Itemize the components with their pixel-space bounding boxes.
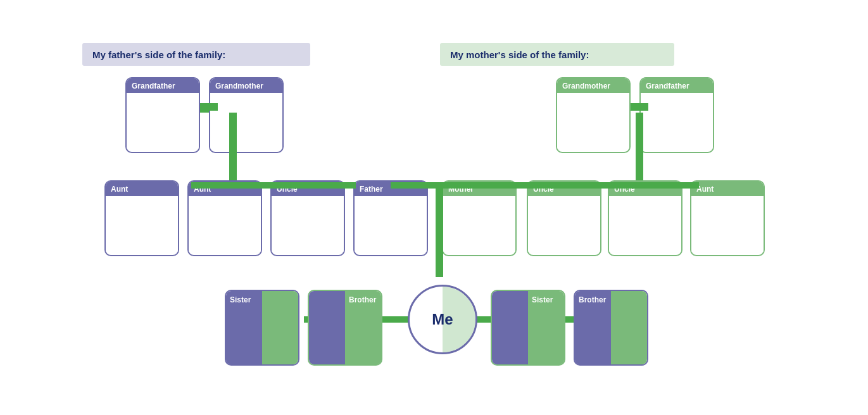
paternal-row-h-connector bbox=[191, 182, 356, 189]
sister-left-label: Sister bbox=[226, 291, 262, 309]
maternal-gp-top-h bbox=[631, 103, 648, 111]
paternal-grandfather-card: Grandfather bbox=[125, 77, 200, 153]
parents-center-h-connector bbox=[391, 182, 491, 189]
mother-card: Mother bbox=[442, 180, 517, 256]
maternal-grandmother-card: Grandmother bbox=[556, 77, 631, 153]
me-label: Me bbox=[432, 311, 453, 328]
paternal-grandmother-card: Grandmother bbox=[209, 77, 284, 153]
paternal-grandfather-label: Grandfather bbox=[127, 78, 199, 93]
maternal-grandfather-card: Grandfather bbox=[639, 77, 714, 153]
brother-left-card: Brother bbox=[308, 290, 382, 366]
uncle1-maternal-card: Uncle bbox=[527, 180, 601, 256]
mother-side-title: My mother's side of the family: bbox=[450, 49, 589, 60]
sister-right-card: Sister bbox=[491, 290, 565, 366]
mother-side-banner: My mother's side of the family: bbox=[440, 43, 674, 66]
sister-left-card: Sister bbox=[225, 290, 299, 366]
brother-right-card: Brother bbox=[574, 290, 648, 366]
maternal-row-h-connector bbox=[475, 182, 699, 189]
brother-left-label: Brother bbox=[345, 291, 381, 309]
aunt-maternal-label: Aunt bbox=[691, 182, 764, 196]
father-card: Father bbox=[353, 180, 428, 256]
aunt2-card: Aunt bbox=[187, 180, 262, 256]
father-side-title: My father's side of the family: bbox=[92, 49, 225, 60]
uncle-paternal-card: Uncle bbox=[270, 180, 345, 256]
aunt1-card: Aunt bbox=[104, 180, 179, 256]
aunt-maternal-card: Aunt bbox=[690, 180, 765, 256]
sister-right-label: Sister bbox=[528, 291, 564, 309]
page: My father's side of the family: My mothe… bbox=[0, 0, 868, 415]
paternal-gp-top-h bbox=[200, 103, 218, 111]
uncle2-maternal-card: Uncle bbox=[608, 180, 682, 256]
parents-to-me-v-connector bbox=[436, 189, 443, 277]
father-side-banner: My father's side of the family: bbox=[82, 43, 310, 66]
maternal-grandmother-label: Grandmother bbox=[557, 78, 629, 93]
me-circle: Me bbox=[408, 285, 477, 354]
paternal-grandparents-v-connector bbox=[229, 113, 237, 182]
paternal-grandmother-label: Grandmother bbox=[210, 78, 282, 93]
maternal-grandparents-v-connector bbox=[636, 113, 643, 182]
brother-right-label: Brother bbox=[575, 291, 611, 309]
maternal-grandfather-label: Grandfather bbox=[641, 78, 713, 93]
aunt1-label: Aunt bbox=[106, 182, 178, 196]
